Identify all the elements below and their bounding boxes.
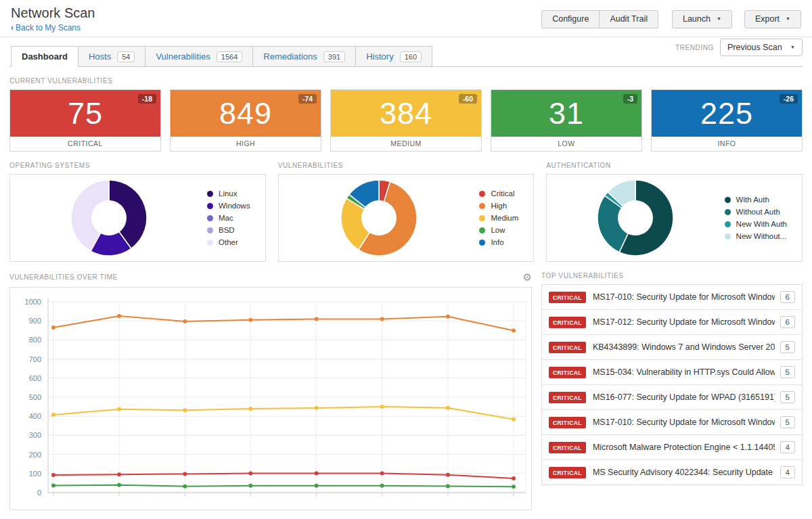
severity-card-body: -3 31: [491, 90, 641, 137]
vulnerability-count-badge: 4: [780, 466, 795, 478]
export-button-label: Export: [755, 14, 780, 24]
delta-badge: -26: [780, 94, 798, 104]
back-link[interactable]: ‹Back to My Scans: [11, 23, 81, 32]
svg-text:0: 0: [37, 489, 41, 497]
header-divider: [0, 37, 812, 37]
vulnerability-name: MS16-077: Security Update for WPAD (3165…: [593, 392, 775, 402]
vulnerability-row[interactable]: CRITICAL MS17-010: Security Update for M…: [542, 285, 802, 310]
legend-label: New With Auth: [736, 220, 787, 228]
vulnerabilities-legend: Critical High Medium Low Info: [479, 187, 518, 248]
top-vulnerabilities-list: CRITICAL MS17-010: Security Update for M…: [541, 284, 803, 485]
legend-label: Critical: [491, 189, 514, 198]
svg-text:1000: 1000: [25, 298, 41, 306]
tab-bar: Dashboard Hosts54 Vulnerabilities1564 Re…: [9, 45, 803, 67]
tab-count-badge: 160: [400, 51, 422, 62]
svg-text:200: 200: [29, 451, 41, 459]
severity-badge: CRITICAL: [549, 442, 586, 453]
svg-text:700: 700: [29, 355, 41, 363]
vulnerability-name: MS17-010: Security Update for Microsoft …: [593, 292, 775, 302]
vulnerability-row[interactable]: CRITICAL MS17-010: Security Update for M…: [542, 410, 802, 435]
vulnerabilities-panel: Critical High Medium Low Info: [278, 174, 535, 262]
configure-button[interactable]: Configure: [541, 10, 600, 28]
legend-dot-icon: [479, 227, 485, 233]
delta-badge: -18: [138, 94, 156, 104]
gear-icon[interactable]: ⚙: [523, 272, 532, 282]
severity-count: 75: [68, 98, 103, 129]
severity-badge: CRITICAL: [549, 342, 586, 353]
vulnerability-row[interactable]: CRITICAL MS17-012: Security Update for M…: [542, 310, 802, 335]
vulnerability-name: MS17-010: Security Update for Microsoft …: [593, 418, 775, 427]
svg-text:500: 500: [29, 393, 41, 401]
severity-label: CRITICAL: [10, 137, 160, 151]
top-vulnerabilities-section: TOP VULNERABILITIES CRITICAL MS17-010: S…: [541, 262, 803, 485]
header-actions: Configure Audit Trail Launch▼ Export▼: [541, 10, 801, 28]
legend-dot-icon: [479, 191, 485, 197]
vulnerability-row[interactable]: CRITICAL MS16-077: Security Update for W…: [542, 385, 802, 410]
severity-card-info[interactable]: -26 225 INFO: [651, 89, 803, 152]
vulnerability-row[interactable]: CRITICAL Microsoft Malware Protection En…: [542, 435, 802, 460]
tab-label: Hosts: [89, 51, 111, 62]
vulnerability-count-badge: 5: [780, 416, 795, 428]
severity-badge: CRITICAL: [549, 292, 586, 303]
legend-label: Mac: [219, 214, 233, 222]
tab-dashboard[interactable]: Dashboard: [11, 46, 78, 67]
severity-badge: CRITICAL: [549, 392, 586, 403]
severity-label: MEDIUM: [331, 137, 481, 151]
delta-badge: -60: [459, 94, 477, 104]
tab-vulnerabilities[interactable]: Vulnerabilities1564: [145, 46, 253, 67]
vulnerability-count-badge: 5: [780, 391, 795, 403]
severity-cards: -18 75 CRITICAL -74 849 HIGH -60 384 MED…: [9, 89, 803, 152]
trending-selected-value: Previous Scan: [727, 43, 782, 52]
tab-remediations[interactable]: Remediations391: [252, 46, 356, 67]
donut-charts-row: OPERATING SYSTEMS Linux Windows Mac BSD …: [9, 152, 803, 262]
svg-text:900: 900: [29, 317, 41, 325]
section-vulnerabilities-over-time: VULNERABILITIES OVER TIME: [9, 273, 118, 281]
audit-trail-button[interactable]: Audit Trail: [600, 10, 658, 28]
authentication-legend: With Auth Without Auth New With Auth New…: [725, 194, 787, 242]
launch-button-label: Launch: [683, 14, 710, 24]
tab-hosts[interactable]: Hosts54: [78, 46, 145, 67]
severity-badge: CRITICAL: [549, 417, 586, 428]
vulnerability-row[interactable]: CRITICAL MS15-034: Vulnerability in HTTP…: [542, 360, 802, 385]
legend-item: Other: [207, 236, 250, 248]
back-chevron-icon: ‹: [11, 23, 14, 32]
vulnerability-count-badge: 6: [780, 291, 795, 303]
tab-history[interactable]: History160: [355, 46, 432, 67]
legend-label: Low: [491, 226, 505, 234]
legend-dot-icon: [207, 240, 213, 246]
launch-button[interactable]: Launch▼: [672, 10, 732, 28]
legend-label: BSD: [219, 226, 235, 234]
svg-text:300: 300: [29, 431, 41, 439]
vulnerability-row[interactable]: CRITICAL MS Security Advisory 4022344: S…: [542, 460, 802, 484]
legend-item: High: [479, 200, 518, 212]
export-button[interactable]: Export▼: [744, 10, 801, 28]
page-title: Network Scan: [11, 5, 95, 21]
legend-dot-icon: [479, 203, 485, 209]
svg-text:800: 800: [29, 336, 41, 344]
vulnerability-row[interactable]: CRITICAL KB4343899: Windows 7 and Window…: [542, 335, 802, 360]
legend-item: With Auth: [725, 194, 787, 206]
severity-card-low[interactable]: -3 31 LOW: [491, 89, 642, 152]
severity-card-critical[interactable]: -18 75 CRITICAL: [9, 89, 161, 152]
vulnerabilities-over-time-chart: 01002003004005006007008009001000: [9, 287, 532, 510]
legend-item: Low: [479, 224, 518, 236]
section-current-vulnerabilities: CURRENT VULNERABILITIES: [9, 77, 803, 85]
legend-item: New With Auth: [725, 218, 787, 230]
vulnerabilities-donut-section: VULNERABILITIES Critical High Medium Low…: [278, 152, 535, 262]
severity-card-high[interactable]: -74 849 HIGH: [170, 89, 321, 152]
authentication-section: AUTHENTICATION With Auth Without Auth Ne…: [546, 152, 803, 262]
trending-select[interactable]: Previous Scan▼: [720, 39, 803, 56]
svg-text:100: 100: [29, 470, 41, 478]
legend-item: Medium: [479, 212, 518, 224]
legend-dot-icon: [479, 215, 485, 221]
svg-text:600: 600: [29, 374, 41, 382]
legend-label: Windows: [219, 202, 250, 210]
legend-dot-icon: [207, 227, 213, 233]
legend-dot-icon: [725, 197, 731, 203]
severity-card-medium[interactable]: -60 384 MEDIUM: [330, 89, 482, 152]
operating-systems-legend: Linux Windows Mac BSD Other: [207, 187, 250, 248]
vulnerability-count-badge: 6: [780, 316, 795, 328]
vulnerability-count-badge: 5: [780, 366, 795, 378]
legend-dot-icon: [207, 191, 213, 197]
bottom-row: VULNERABILITIES OVER TIME ⚙ 010020030040…: [9, 262, 803, 510]
